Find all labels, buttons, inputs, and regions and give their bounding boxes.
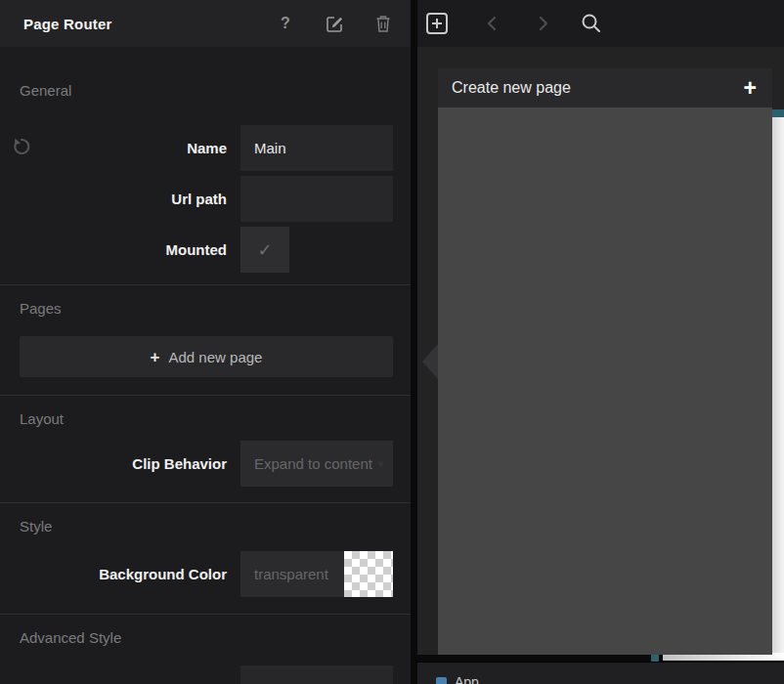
popover-title: Create new page <box>452 79 744 97</box>
selection-resize-handle[interactable] <box>651 654 659 662</box>
color-swatch-transparent[interactable] <box>344 551 393 597</box>
delete-icon[interactable] <box>373 14 393 33</box>
design-canvas[interactable]: Create new page + <box>417 47 784 662</box>
url-path-row: Url path <box>20 176 393 222</box>
clip-behavior-row: Clip Behavior Expand to content ▾ <box>20 441 393 487</box>
clip-behavior-value: Expand to content <box>240 441 393 487</box>
app-window: Page Router ? <box>0 0 784 684</box>
create-new-page-popover: Create new page + <box>438 68 772 655</box>
background-color-input[interactable]: transparent <box>240 551 344 597</box>
url-path-label: Url path <box>20 191 227 207</box>
edit-icon[interactable] <box>325 14 344 33</box>
mounted-checkbox[interactable]: ✓ <box>240 227 289 273</box>
tree-item-label: App <box>455 674 479 684</box>
clip-behavior-dropdown[interactable]: Expand to content ▾ <box>240 441 393 487</box>
panel-title: Page Router <box>23 16 276 32</box>
popover-arrow <box>422 344 438 379</box>
name-label: Name <box>20 140 227 156</box>
section-heading-general: General <box>20 80 393 102</box>
properties-panel-body: General Name Url path Mounted ✓ Pages + … <box>0 80 411 684</box>
section-heading-advanced-style: Advanced Style <box>20 627 393 649</box>
section-heading-layout: Layout <box>20 408 393 430</box>
background-color-row: Background Color transparent <box>20 551 393 597</box>
section-heading-style: Style <box>20 516 393 537</box>
popover-body <box>438 107 772 655</box>
background-color-label: Background Color <box>20 566 227 582</box>
forward-icon[interactable] <box>533 14 552 33</box>
widget-tree-bar: App <box>417 662 784 684</box>
name-input[interactable] <box>240 125 393 171</box>
mounted-row: Mounted ✓ <box>20 227 393 273</box>
chevron-down-icon: ▾ <box>377 456 384 471</box>
section-divider <box>0 614 411 615</box>
advanced-style-row <box>20 665 393 684</box>
reset-icon[interactable] <box>12 137 31 156</box>
plus-icon: + <box>151 349 160 365</box>
panel-splitter[interactable] <box>411 0 417 684</box>
clip-behavior-label: Clip Behavior <box>20 455 227 472</box>
advanced-style-input[interactable] <box>240 665 393 684</box>
popover-header: Create new page + <box>438 68 772 107</box>
mounted-label: Mounted <box>20 241 227 258</box>
search-icon[interactable] <box>580 12 603 35</box>
add-icon[interactable]: + <box>744 77 757 100</box>
help-icon[interactable]: ? <box>276 14 295 33</box>
page-selection-top-edge <box>772 109 784 117</box>
add-new-page-button[interactable]: + Add new page <box>20 336 393 377</box>
background-color-value: transparent <box>240 551 344 597</box>
app-widget-icon <box>436 677 447 684</box>
canvas-region: Create new page + App <box>417 0 784 684</box>
section-divider <box>0 502 411 503</box>
properties-panel-header: Page Router ? <box>0 0 411 47</box>
checkmark-icon: ✓ <box>257 239 272 261</box>
tree-item-app[interactable]: App <box>417 674 784 684</box>
section-divider <box>0 284 411 285</box>
properties-panel: Page Router ? <box>0 0 411 684</box>
url-path-input[interactable] <box>240 176 393 222</box>
panel-header-actions: ? <box>276 14 393 33</box>
section-heading-pages: Pages <box>20 298 393 320</box>
add-new-page-label: Add new page <box>169 349 263 365</box>
name-row: Name <box>20 125 393 171</box>
section-divider <box>0 395 411 396</box>
back-icon[interactable] <box>483 14 502 33</box>
page-canvas-edge <box>772 117 784 655</box>
add-page-icon[interactable] <box>425 12 449 35</box>
canvas-toolbar <box>417 0 784 47</box>
